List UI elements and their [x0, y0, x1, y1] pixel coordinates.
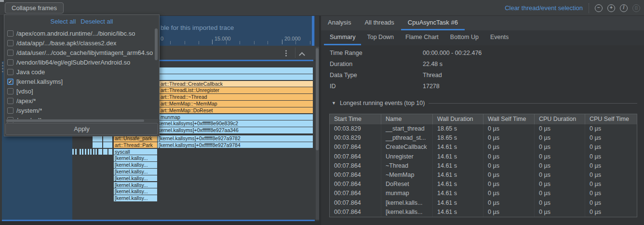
- column-header-wall-self-time[interactable]: Wall Self Time: [483, 114, 535, 124]
- flame-bar[interactable]: [kernel.kallsy...: [114, 182, 157, 188]
- flame-bar[interactable]: [160, 74, 313, 80]
- summary-value: 22.48 s: [423, 59, 443, 70]
- table-row[interactable]: 00:07.864[kernel.kalls...14.61 s0 µs0 µs…: [330, 208, 637, 217]
- table-cell: 14.61 s: [433, 180, 483, 189]
- filter-item[interactable]: /vendor/lib64/egl/eglSubDriverAndroid.so: [4, 57, 159, 67]
- filter-item[interactable]: ✓[kernel.kallsyms]: [4, 77, 159, 86]
- popup-vertical-scrollbar-thumb[interactable]: [155, 28, 158, 60]
- checkbox[interactable]: [7, 88, 13, 94]
- flame-bar[interactable]: [kernel.kallsy...: [114, 188, 157, 195]
- flame-bar[interactable]: munmap: [160, 114, 313, 120]
- flame-bar[interactable]: [kernel.kallsy...: [114, 162, 157, 168]
- summary-section: Time Range00:00.000 - 00:22.476Duration2…: [330, 48, 482, 92]
- flame-bar[interactable]: [kernel.kallsyms]+0xffffff8e927aa346: [156, 127, 313, 133]
- flame-bar[interactable]: [72, 149, 74, 155]
- flame-bar[interactable]: [160, 67, 313, 74]
- flame-bar[interactable]: [103, 149, 107, 155]
- subtab-flame-chart[interactable]: Flame Chart: [400, 30, 444, 45]
- table-row[interactable]: 00:07.864[kernel.kalls...14.61 s0 µs0 µs…: [330, 199, 637, 208]
- flame-bar[interactable]: [kernel.kallsy...: [114, 195, 157, 201]
- tab-analysis[interactable]: Analysis: [321, 16, 358, 30]
- zoom-in-icon[interactable]: +: [607, 4, 615, 12]
- checkbox[interactable]: [7, 59, 13, 66]
- flame-bar[interactable]: [93, 142, 102, 148]
- checkbox[interactable]: [7, 69, 13, 75]
- filter-item-label: /apex/com.android.runtime/.../bionic/lib…: [16, 30, 135, 37]
- subtab-bottom-up[interactable]: Bottom Up: [444, 30, 484, 45]
- filter-item-label: [vdso]: [16, 88, 33, 95]
- table-cell: 0 µs: [535, 161, 585, 171]
- filter-item[interactable]: /data/user/.../code_cache/libjvmtiagent_…: [4, 48, 159, 57]
- filter-item[interactable]: /apex/com.android.runtime/.../bionic/lib…: [4, 28, 159, 38]
- table-row[interactable]: 00:07.864munmap14.61 s0 µs0 µs0 µs: [330, 189, 637, 198]
- flame-bar[interactable]: [88, 149, 89, 155]
- subtab-summary[interactable]: Summary: [324, 30, 361, 45]
- flame-bar[interactable]: [98, 149, 102, 155]
- column-header-cpu-duration[interactable]: CPU Duration: [535, 114, 585, 124]
- table-row[interactable]: 00:07.864Unregister14.61 s0 µs0 µs0 µs: [330, 152, 637, 161]
- table-row[interactable]: 00:07.864CreateCallback14.61 s0 µs0 µs0 …: [330, 143, 637, 152]
- checkbox[interactable]: [7, 40, 13, 46]
- popup-horizontal-scrollbar[interactable]: [5, 119, 158, 122]
- flame-bar[interactable]: [kernel.kallsyms]+0xffffff8e927a9782: [158, 135, 313, 142]
- flame-bar[interactable]: [kernel.kallsyms]+0xffffff8e927a9784: [158, 142, 313, 148]
- column-header-cpu-self-time[interactable]: CPU Self Time: [585, 114, 637, 124]
- flame-bar[interactable]: [103, 142, 112, 148]
- filter-item[interactable]: /apex/*: [4, 96, 159, 106]
- flame-bar[interactable]: art::Thread::CreateCallback: [160, 81, 313, 87]
- tab-all-threads[interactable]: All threads: [358, 16, 401, 30]
- summary-row: Data TypeThread: [330, 70, 482, 81]
- flame-bar[interactable]: syscall: [114, 149, 157, 155]
- column-header-name[interactable]: Name: [381, 114, 433, 124]
- column-header-start-time[interactable]: Start Time: [330, 114, 381, 124]
- flame-bar[interactable]: [75, 149, 77, 155]
- flame-bar[interactable]: [kernel.kallsyms]+0xffffff8e90e839c2: [156, 120, 313, 127]
- checkbox[interactable]: [7, 50, 13, 56]
- table-row[interactable]: 00:07.864DoReset14.61 s0 µs0 µs0 µs: [330, 180, 637, 189]
- flame-bar[interactable]: art::MemMap::~MemMap: [160, 101, 313, 107]
- reset-zoom-icon[interactable]: /: [620, 4, 628, 12]
- table-row[interactable]: 00:03.829__pthread_st...18.65 s0 µs0 µs0…: [330, 133, 637, 143]
- zoom-to-selection-icon[interactable]: []: [632, 4, 640, 12]
- clear-selection-link[interactable]: Clear thread/event selection: [505, 4, 583, 12]
- flame-bar[interactable]: [82, 149, 83, 155]
- section-rule: [429, 103, 637, 104]
- profiler-window: Collapse frames Clear thread/event selec…: [0, 0, 644, 225]
- table-row[interactable]: 00:07.864~Thread14.61 s0 µs0 µs0 µs: [330, 161, 637, 171]
- flame-bar[interactable]: art::MemMap::DoReset: [160, 107, 313, 114]
- collapse-frames-button[interactable]: Collapse frames: [5, 2, 64, 13]
- subtab-top-down[interactable]: Top Down: [361, 30, 400, 45]
- zoom-out-icon[interactable]: −: [595, 4, 603, 12]
- flame-bar[interactable]: art::Thread::~Thread: [160, 94, 313, 100]
- events-section-header[interactable]: ▼ Longest running events (top 10): [332, 99, 637, 107]
- deselect-all-link[interactable]: Deselect all: [80, 18, 113, 25]
- table-row[interactable]: 00:03.829__start_thread18.65 s0 µs0 µs0 …: [330, 124, 637, 133]
- subtab-events[interactable]: Events: [484, 30, 514, 45]
- flame-bar[interactable]: [80, 149, 81, 155]
- column-header-wall-duration[interactable]: Wall Duration: [433, 114, 483, 124]
- tab-cpuasynctask-6[interactable]: CpuAsyncTask #6: [401, 16, 465, 30]
- filter-item[interactable]: /data/app/.../base.apk!/classes2.dex: [4, 38, 159, 48]
- select-all-link[interactable]: Select all: [51, 18, 76, 25]
- checkbox[interactable]: [7, 98, 13, 104]
- flame-bar[interactable]: [kernel.kallsy...: [114, 175, 157, 182]
- flame-bar[interactable]: [95, 149, 97, 155]
- flame-bar[interactable]: art::ThreadList::Unregister: [160, 87, 313, 93]
- flame-bar[interactable]: [90, 149, 92, 155]
- apply-button[interactable]: Apply: [5, 123, 158, 135]
- flame-bar[interactable]: [93, 149, 94, 155]
- flame-bar[interactable]: art::Thread::Park: [114, 142, 157, 148]
- checkbox[interactable]: [7, 107, 13, 114]
- flame-bar[interactable]: [85, 149, 86, 155]
- filter-item[interactable]: [vdso]: [4, 86, 159, 96]
- filter-item[interactable]: Java code: [4, 67, 159, 77]
- filter-item-label: [kernel.kallsyms]: [16, 78, 63, 85]
- flame-bar[interactable]: [108, 149, 112, 155]
- checkbox[interactable]: [7, 30, 13, 37]
- checkbox[interactable]: ✓: [7, 79, 13, 85]
- scrollbar-thumb[interactable]: [6, 119, 144, 122]
- flame-bar[interactable]: [kernel.kallsy...: [114, 169, 157, 175]
- table-row[interactable]: 00:07.864~MemMap14.61 s0 µs0 µs0 µs: [330, 171, 637, 180]
- flame-bar[interactable]: [kernel.kallsy...: [114, 155, 157, 161]
- filter-item[interactable]: /system/*: [4, 106, 159, 115]
